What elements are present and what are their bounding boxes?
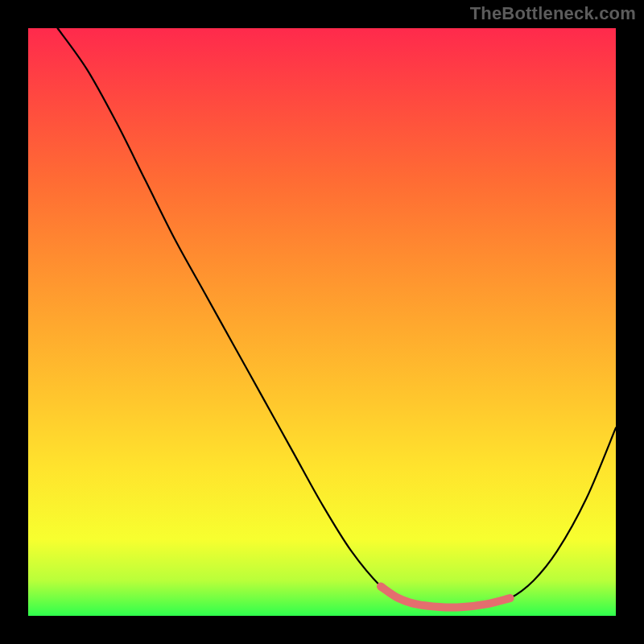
- optimal-range-highlight: [381, 587, 510, 608]
- watermark-label: TheBottleneck.com: [470, 3, 636, 24]
- chart-frame: TheBottleneck.com: [0, 0, 644, 644]
- plot-area: [28, 28, 616, 616]
- plot-overlay: [28, 28, 616, 616]
- bottleneck-curve: [58, 28, 617, 608]
